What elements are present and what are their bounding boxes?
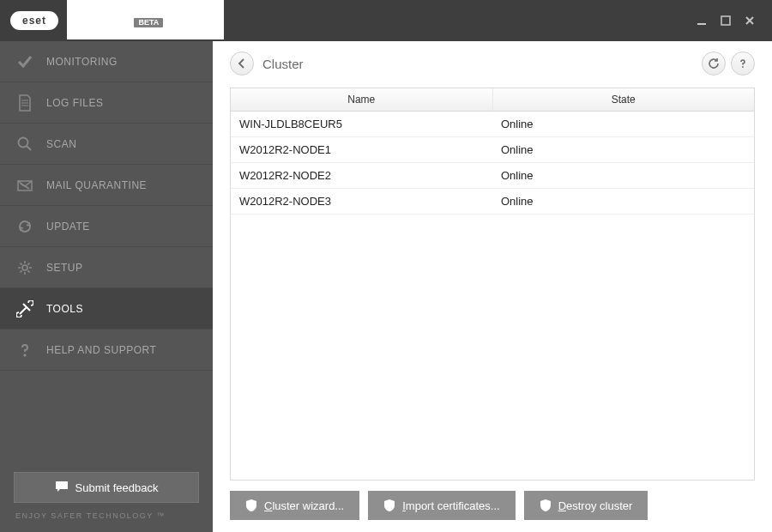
refresh-icon — [15, 217, 34, 236]
cell-state: Online — [492, 111, 754, 136]
cell-state: Online — [492, 162, 754, 188]
button-label: Import certificates... — [402, 499, 499, 512]
column-header-name[interactable]: Name — [231, 88, 492, 111]
mail-blocked-icon — [15, 176, 34, 195]
page-header: Cluster — [230, 51, 755, 76]
destroy-cluster-button[interactable]: Destroy cluster — [524, 491, 648, 520]
import-certificates-button[interactable]: Import certificates... — [368, 491, 515, 520]
beta-badge: BETA — [134, 18, 163, 27]
sidebar-item-update[interactable]: UPDATE — [0, 206, 213, 247]
sidebar-item-setup[interactable]: SETUP — [0, 247, 213, 288]
document-icon — [15, 94, 34, 112]
window-close-button[interactable] — [738, 9, 762, 33]
sidebar-item-label: UPDATE — [46, 221, 90, 233]
svg-rect-3 — [721, 16, 730, 25]
sidebar: MONITORING LOG FILES SCAN — [0, 41, 213, 532]
column-header-state[interactable]: State — [492, 88, 754, 111]
cell-name: WIN-JLDLB8CEUR5 — [231, 111, 492, 136]
cluster-table: Name State WIN-JLDLB8CEUR5OnlineW2012R2-… — [231, 88, 754, 215]
cluster-table-container: Name State WIN-JLDLB8CEUR5OnlineW2012R2-… — [230, 88, 755, 481]
question-icon — [15, 341, 34, 360]
shield-icon — [245, 499, 257, 512]
main-panel: Cluster Name Sta — [213, 41, 772, 532]
cell-name: W2012R2-NODE1 — [231, 136, 492, 162]
cell-name: W2012R2-NODE3 — [231, 188, 492, 214]
footer-actions: Cluster wizard... Import certificates...… — [230, 491, 755, 520]
svg-point-4 — [19, 137, 28, 147]
sidebar-item-label: SCAN — [46, 138, 76, 150]
shield-icon — [540, 499, 552, 512]
sidebar-item-label: HELP AND SUPPORT — [46, 344, 156, 356]
sidebar-item-label: SETUP — [46, 262, 83, 274]
svg-point-8 — [742, 66, 744, 68]
cluster-wizard-button[interactable]: Cluster wizard... — [230, 491, 359, 520]
cell-name: W2012R2-NODE2 — [231, 162, 492, 188]
nav: MONITORING LOG FILES SCAN — [0, 41, 213, 462]
titlebar: eset MAIL SECURITY BETA FOR MICROSOFT EX… — [0, 0, 772, 41]
page-title: Cluster — [262, 57, 304, 71]
submit-feedback-button[interactable]: Submit feedback — [14, 472, 199, 503]
svg-rect-2 — [697, 23, 706, 25]
tagline: ENJOY SAFER TECHNOLOGY ™ — [0, 511, 213, 532]
search-icon — [15, 135, 34, 154]
window-minimize-button[interactable] — [690, 9, 714, 33]
help-button[interactable] — [731, 51, 755, 76]
sidebar-item-monitoring[interactable]: MONITORING — [0, 41, 213, 82]
refresh-button[interactable] — [702, 51, 726, 76]
svg-text:eset: eset — [22, 15, 46, 27]
brand-title: MAIL SECURITY — [84, 3, 207, 18]
table-row[interactable]: WIN-JLDLB8CEUR5Online — [231, 111, 754, 136]
tools-icon — [15, 299, 34, 318]
sidebar-item-tools[interactable]: TOOLS — [0, 288, 213, 329]
table-row[interactable]: W2012R2-NODE3Online — [231, 188, 754, 214]
app-window: eset MAIL SECURITY BETA FOR MICROSOFT EX… — [0, 0, 772, 532]
cell-state: Online — [492, 136, 754, 162]
sidebar-item-scan[interactable]: SCAN — [0, 124, 213, 165]
gear-icon — [15, 258, 34, 277]
sidebar-item-logfiles[interactable]: LOG FILES — [0, 82, 213, 124]
sidebar-item-label: TOOLS — [46, 303, 83, 315]
brand-logo: eset — [10, 11, 58, 30]
cell-state: Online — [492, 188, 754, 214]
sidebar-item-help[interactable]: HELP AND SUPPORT — [0, 329, 213, 371]
svg-point-6 — [22, 265, 27, 270]
feedback-label: Submit feedback — [75, 481, 159, 494]
speech-bubble-icon — [55, 481, 69, 495]
sidebar-item-label: MONITORING — [46, 56, 118, 68]
sidebar-item-label: MAIL QUARANTINE — [46, 179, 147, 191]
table-row[interactable]: W2012R2-NODE1Online — [231, 136, 754, 162]
button-label: Destroy cluster — [558, 499, 633, 512]
svg-point-7 — [24, 354, 26, 355]
sidebar-item-quarantine[interactable]: MAIL QUARANTINE — [0, 165, 213, 206]
table-row[interactable]: W2012R2-NODE2Online — [231, 162, 754, 188]
back-button[interactable] — [230, 51, 254, 76]
shield-icon — [383, 499, 395, 512]
button-label: Cluster wizard... — [264, 499, 344, 512]
window-maximize-button[interactable] — [714, 9, 738, 33]
checkmark-icon — [15, 52, 34, 71]
sidebar-item-label: LOG FILES — [46, 97, 104, 109]
